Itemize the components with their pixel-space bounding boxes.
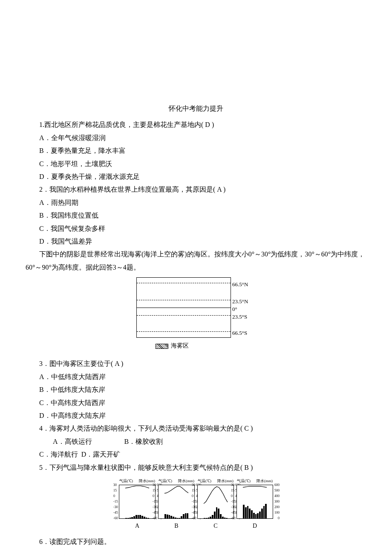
climate-chart-a: 气温(℃)降水(mm)30150-15-30-45-60600500400300…: [118, 477, 156, 532]
climate-chart-d: 气温(℃)降水(mm)30150-15-30-45-60600500400300…: [236, 477, 274, 532]
q4-stem: 4．海雾对人类活动的影响很大，下列人类活动受海雾影响最大的是( C ): [26, 422, 366, 435]
q4-option-d: D．露天开矿: [81, 451, 121, 458]
q2-option-d: D．我国气温差异: [26, 235, 366, 248]
sea-fog-map: 66.5°N 23.5°N 0° 23.5°S 66.5°S 海雾区: [136, 277, 256, 350]
q4-row-2: C．海洋航行 D．露天开矿: [26, 448, 366, 461]
q1-option-a: A．全年气候湿暖湿润: [26, 132, 366, 144]
q2-option-b: B．我国纬度位置低: [26, 209, 366, 222]
map-outline: [136, 277, 231, 338]
lat-label-1: 66.5°N: [232, 279, 248, 290]
q2-option-c: C．我国气候复杂多样: [26, 222, 366, 235]
q3-option-a: A．中低纬度大陆西岸: [26, 371, 366, 383]
q4-row-1: A．高铁运行 B．橡胶收割: [26, 435, 366, 448]
lat-label-4: 23.5°S: [232, 312, 247, 322]
q3-option-d: D．中高纬度大陆东岸: [26, 409, 366, 422]
map-legend: 海雾区: [156, 340, 189, 352]
climate-letter: B: [158, 520, 195, 532]
q1-stem: 1.西北地区所产棉花品质优良，主要是棉花生产基地内( D ): [26, 118, 366, 131]
legend-swatch-icon: [156, 344, 168, 349]
q6-stem: 6．读图完成下列问题。: [26, 535, 366, 548]
q3-option-c: C．中高纬度大陆西岸: [26, 397, 366, 409]
q5-stem: 5．下列气温与降水量柱状图中，能够反映意大利主要气候特点的是( B ): [26, 461, 366, 474]
q4-option-b: B．橡胶收割: [111, 435, 163, 448]
climate-chart-c: 气温(℃)降水(mm)30150-15-30-45-60600500400300…: [197, 477, 234, 532]
world-map-figure: 66.5°N 23.5°N 0° 23.5°S 66.5°S 海雾区: [26, 277, 366, 354]
q2-option-a: A．雨热同期: [26, 196, 366, 209]
q2-stem: 2．我国的水稻种植界线在世界上纬度位置最高，其原因是( A ): [26, 183, 366, 196]
q1-option-b: B．夏季热量充足，降水丰富: [26, 144, 366, 157]
climate-chart-b: 气温(℃)降水(mm)30150-15-30-45-60600500400300…: [158, 477, 195, 532]
q1-option-c: C．地形平坦，土壤肥沃: [26, 158, 366, 170]
lat-label-5: 66.5°S: [232, 328, 247, 339]
climate-charts: 气温(℃)降水(mm)30150-15-30-45-60600500400300…: [26, 477, 366, 532]
climate-letter: C: [197, 520, 234, 532]
q1-option-d: D．夏季炎热干燥，灌溉水源充足: [26, 170, 366, 183]
q4-option-c: C．海洋航行: [39, 451, 78, 458]
q3-stem: 3．图中海雾区主要位于( A ): [26, 357, 366, 370]
passage-1: 下图中的阴影是世界经常出现海雾(海洋上空的雾)的海区。按纬度大小0°～30°为低…: [26, 248, 366, 274]
q4-option-a: A．高铁运行: [39, 435, 92, 448]
q3-option-b: B．中低纬度大陆东岸: [26, 383, 366, 396]
climate-letter: D: [236, 520, 274, 532]
page-title: 怀化中考能力提升: [26, 102, 366, 115]
climate-letter: A: [118, 520, 156, 532]
legend-label: 海雾区: [171, 342, 189, 349]
